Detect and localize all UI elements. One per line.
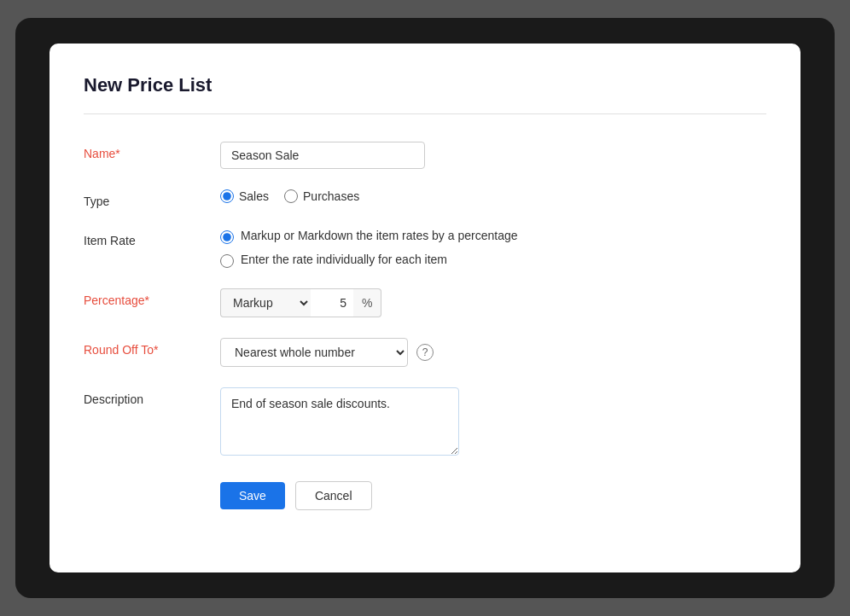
item-rate-control-area: Markup or Markdown the item rates by a p… [220,229,766,268]
description-textarea[interactable]: End of season sale discounts. [220,387,459,456]
type-sales-label: Sales [239,189,269,203]
name-input[interactable] [220,142,425,169]
item-rate-individual-radio[interactable] [220,254,234,268]
round-off-input-group: Nearest whole number 0.1 0.01 0.001 ? [220,338,766,367]
percentage-label: Percentage* [84,288,220,307]
item-rate-markup-radio[interactable] [220,230,234,244]
round-off-row: Round Off To* Nearest whole number 0.1 0… [84,338,766,367]
type-sales-option[interactable]: Sales [220,189,269,203]
type-radio-row: Sales Purchases [220,189,766,203]
cancel-button[interactable]: Cancel [295,481,372,510]
round-off-label: Round Off To* [84,338,220,357]
percent-symbol: % [353,288,381,317]
round-off-select[interactable]: Nearest whole number 0.1 0.01 0.001 [220,338,408,367]
save-button[interactable]: Save [220,482,285,509]
device-frame: New Price List Name* Type Sales Pu [15,18,835,598]
type-sales-radio[interactable] [220,189,234,203]
item-rate-row: Item Rate Markup or Markdown the item ra… [84,229,766,268]
name-row: Name* [84,142,766,169]
type-purchases-label: Purchases [303,189,359,203]
action-row: Save Cancel [220,481,766,510]
item-rate-markup-label: Markup or Markdown the item rates by a p… [241,229,518,242]
type-label: Type [84,189,220,208]
help-icon[interactable]: ? [416,344,434,361]
item-rate-individual-option[interactable]: Enter the rate individually for each ite… [220,253,766,268]
description-label: Description [84,387,220,406]
percentage-input-group: Markup Markdown % [220,288,766,317]
item-rate-individual-label: Enter the rate individually for each ite… [241,253,447,266]
percentage-value-input[interactable] [311,288,353,317]
divider [84,113,766,114]
description-row: Description End of season sale discounts… [84,387,766,456]
modal-container: New Price List Name* Type Sales Pu [49,44,801,572]
name-control-area [220,142,766,169]
item-rate-label: Item Rate [84,229,220,247]
percentage-control-area: Markup Markdown % [220,288,766,317]
item-rate-markup-option[interactable]: Markup or Markdown the item rates by a p… [220,229,766,244]
description-control-area: End of season sale discounts. [220,387,766,456]
type-purchases-option[interactable]: Purchases [284,189,359,203]
modal-title: New Price List [84,74,766,96]
percentage-row: Percentage* Markup Markdown % [84,288,766,317]
round-off-control-area: Nearest whole number 0.1 0.01 0.001 ? [220,338,766,367]
markup-select[interactable]: Markup Markdown [220,288,311,317]
type-row: Type Sales Purchases [84,189,766,208]
type-control-area: Sales Purchases [220,189,766,203]
name-label: Name* [84,142,220,160]
type-purchases-radio[interactable] [284,189,298,203]
